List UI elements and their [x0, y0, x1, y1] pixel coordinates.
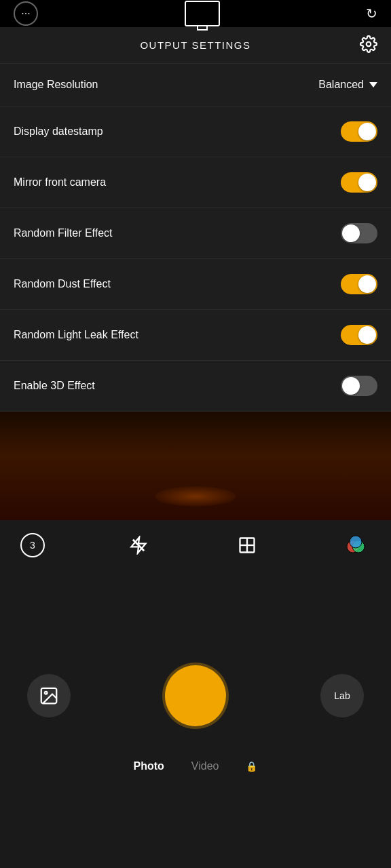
random-dust-effect-row: Random Dust Effect [0, 259, 391, 310]
grid-button[interactable] [232, 530, 262, 560]
image-resolution-label: Image Resolution [14, 79, 98, 91]
random-light-leak-effect-label: Random Light Leak Effect [14, 329, 138, 341]
viewfinder-indicator [185, 1, 220, 26]
timer-value: 3 [30, 540, 35, 551]
mirror-front-camera-label: Mirror front camera [14, 176, 106, 189]
enable-3d-effect-toggle[interactable] [341, 376, 377, 396]
top-bar: ··· ↻ [0, 0, 391, 27]
mirror-front-camera-row: Mirror front camera [0, 157, 391, 208]
gallery-icon [39, 686, 59, 706]
image-resolution-row[interactable]: Image Resolution Balanced [0, 64, 391, 106]
shutter-button[interactable] [165, 665, 226, 726]
gear-button[interactable] [360, 35, 377, 55]
display-datestamp-row: Display datestamp [0, 106, 391, 157]
colors-button[interactable] [341, 530, 371, 560]
random-dust-effect-toggle[interactable] [341, 274, 377, 294]
shutter-controls-row: Lab [27, 665, 364, 726]
mode-tabs: Photo Video 🔒 [0, 747, 391, 789]
random-filter-effect-label: Random Filter Effect [14, 227, 113, 239]
random-light-leak-effect-row: Random Light Leak Effect [0, 310, 391, 361]
random-filter-effect-row: Random Filter Effect [0, 208, 391, 259]
more-icon: ··· [21, 7, 30, 20]
settings-title: OUTPUT SETTINGS [140, 39, 250, 51]
grid-icon [238, 536, 257, 555]
more-button[interactable]: ··· [14, 1, 38, 26]
lab-button[interactable]: Lab [320, 674, 364, 717]
svg-point-10 [45, 692, 48, 694]
chevron-down-icon [369, 82, 377, 87]
enable-3d-effect-row: Enable 3D Effect [0, 361, 391, 412]
settings-header: OUTPUT SETTINGS [0, 27, 391, 64]
random-dust-effect-label: Random Dust Effect [14, 278, 111, 290]
image-resolution-current: Balanced [318, 79, 364, 91]
settings-panel: OUTPUT SETTINGS Image Resolution Balance… [0, 27, 391, 412]
lock-icon: 🔒 [246, 761, 257, 772]
enable-3d-effect-label: Enable 3D Effect [14, 380, 95, 392]
svg-point-0 [367, 42, 371, 47]
tab-video[interactable]: Video [191, 757, 219, 776]
flash-icon [129, 536, 148, 555]
rotate-button[interactable]: ↻ [366, 5, 377, 22]
colors-icon [343, 533, 368, 557]
bottom-toolbar: 3 [0, 520, 391, 570]
rotate-icon: ↻ [366, 6, 377, 21]
flash-button[interactable] [124, 530, 153, 560]
camera-controls: Lab [0, 570, 391, 747]
svg-point-8 [350, 536, 362, 548]
display-datestamp-label: Display datestamp [14, 125, 103, 138]
display-datestamp-toggle[interactable] [341, 121, 377, 142]
gallery-button[interactable] [27, 674, 71, 717]
gear-icon [360, 35, 377, 53]
mirror-front-camera-toggle[interactable] [341, 172, 377, 193]
tab-photo[interactable]: Photo [134, 757, 164, 776]
lab-label: Lab [334, 690, 350, 701]
random-light-leak-effect-toggle[interactable] [341, 325, 377, 345]
timer-button[interactable]: 3 [20, 533, 45, 557]
camera-viewfinder [0, 412, 391, 520]
random-filter-effect-toggle[interactable] [341, 223, 377, 243]
image-resolution-value[interactable]: Balanced [318, 79, 377, 91]
